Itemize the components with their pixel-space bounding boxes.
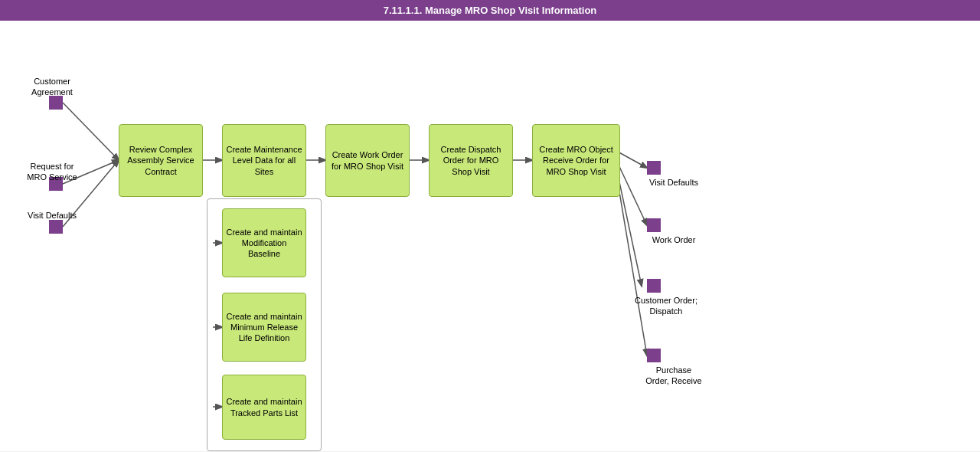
purchase-order-output-label: Purchase Order, Receive	[643, 365, 704, 387]
mroobj-node: Create MRO Object Receive Order for MRO …	[532, 124, 620, 197]
canvas: Customer Agreement Request for MRO Servi…	[0, 21, 980, 451]
svg-line-10	[616, 174, 647, 355]
visit-defaults-output-icon	[647, 161, 661, 175]
visit-defaults-input-icon	[49, 220, 63, 234]
minrelease-node: Create and maintain Minimum Release Life…	[222, 293, 306, 362]
workorder-node: Create Work Order for MRO Shop Visit	[325, 124, 410, 197]
svg-line-7	[616, 151, 647, 168]
customer-dispatch-output-label: Customer Order; Dispatch	[628, 295, 704, 317]
title-bar: 7.11.1.1. Manage MRO Shop Visit Informat…	[0, 0, 980, 21]
purchase-order-output-icon	[647, 349, 661, 362]
work-order-output-label: Work Order	[643, 234, 704, 245]
page-title: 7.11.1.1. Manage MRO Shop Visit Informat…	[384, 5, 597, 16]
visit-defaults-input-label: Visit Defaults	[21, 210, 83, 221]
svg-line-0	[63, 103, 119, 160]
tracked-node: Create and maintain Tracked Parts List	[222, 375, 306, 440]
svg-line-8	[616, 160, 647, 225]
visit-defaults-output-label: Visit Defaults	[643, 177, 704, 188]
maintenance-node: Create Maintenance Level Data for all Si…	[222, 124, 306, 197]
modification-node: Create and maintain Modification Baselin…	[222, 208, 306, 277]
customer-agreement-label: Customer Agreement	[21, 76, 83, 98]
request-mro-label: Request for MRO Service	[21, 161, 83, 183]
review-node: Review Complex Assembly Service Contract	[119, 124, 203, 197]
arrows-svg	[0, 21, 980, 451]
dispatch-node: Create Dispatch Order for MRO Shop Visit	[429, 124, 513, 197]
work-order-output-icon	[647, 218, 661, 232]
customer-agreement-icon	[49, 96, 63, 110]
customer-dispatch-output-icon	[647, 279, 661, 293]
